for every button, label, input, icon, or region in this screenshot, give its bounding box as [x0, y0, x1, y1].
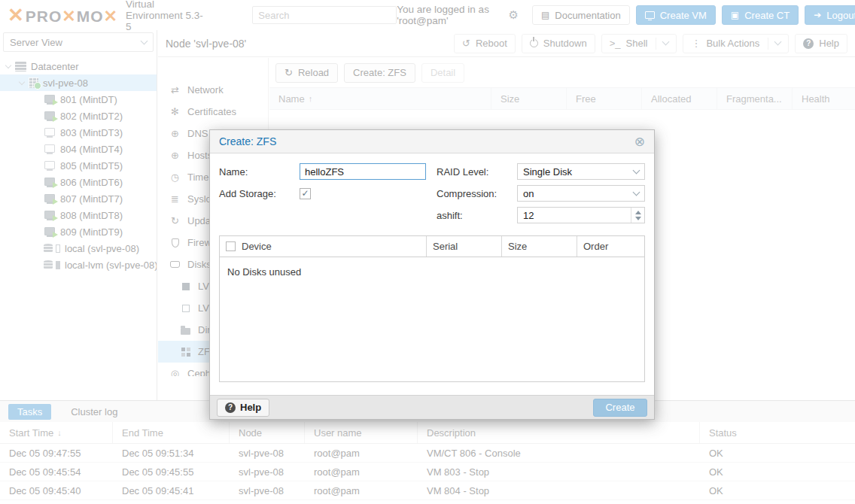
name-field[interactable]	[300, 163, 426, 180]
name-label: Name:	[219, 166, 300, 178]
chevron-down-icon	[633, 166, 640, 174]
help-icon: ?	[225, 402, 236, 413]
dialog-title: Create: ZFS	[219, 135, 634, 147]
dialog-help-button[interactable]: ? Help	[217, 399, 269, 417]
compression-select[interactable]: on	[517, 185, 645, 202]
create-button[interactable]: Create	[593, 399, 647, 417]
compression-label: Compression:	[437, 188, 517, 199]
ashift-label: ashift:	[437, 210, 517, 221]
close-icon[interactable]: ⊗	[634, 135, 645, 148]
ashift-stepper[interactable]: 12	[517, 207, 645, 223]
raid-level-select[interactable]: Single Disk	[517, 163, 645, 180]
dialog-header[interactable]: Create: ZFS ⊗	[210, 130, 654, 153]
spin-up-icon[interactable]	[635, 211, 641, 214]
form-left-column: Name: Add Storage: ✓	[219, 163, 437, 223]
column-header-serial[interactable]: Serial	[427, 236, 502, 257]
add-storage-checkbox[interactable]: ✓	[300, 188, 311, 199]
spinner-buttons[interactable]	[631, 208, 644, 223]
spin-down-icon[interactable]	[635, 217, 641, 220]
zfs-form: Name: Add Storage: ✓ RAID Level: Single …	[219, 163, 645, 223]
empty-table-message: No Disks unused	[220, 257, 644, 287]
dialog-body: Name: Add Storage: ✓ RAID Level: Single …	[210, 153, 654, 392]
select-all-checkbox[interactable]	[226, 241, 236, 251]
dialog-footer: ? Help Create	[210, 395, 654, 419]
form-right-column: RAID Level: Single Disk Compression: on …	[437, 163, 645, 223]
column-header-size[interactable]: Size	[502, 236, 577, 257]
device-table-header: Device Serial Size Order	[220, 236, 644, 257]
add-storage-label: Add Storage:	[219, 188, 300, 199]
column-header-order[interactable]: Order	[577, 236, 644, 257]
raid-level-label: RAID Level:	[437, 166, 517, 178]
chevron-down-icon	[633, 188, 640, 196]
device-table: Device Serial Size Order No Disks unused	[219, 235, 645, 382]
column-header-device[interactable]: Device	[220, 236, 427, 257]
create-zfs-dialog: Create: ZFS ⊗ Name: Add Storage: ✓ RAID …	[209, 129, 655, 420]
